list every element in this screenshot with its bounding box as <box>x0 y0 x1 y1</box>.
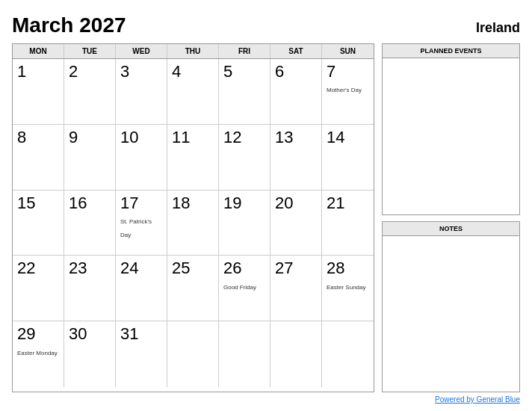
day-number: 16 <box>69 194 111 213</box>
country-title: Ireland <box>476 20 520 36</box>
day-cell: 25 <box>167 256 219 321</box>
day-cell: 20 <box>270 191 322 256</box>
day-cell: 19 <box>219 191 270 256</box>
day-cell: 22 <box>13 256 64 321</box>
day-number: 24 <box>120 259 162 278</box>
calendar-grid: 1234567Mother's Day891011121314151617St.… <box>13 59 374 387</box>
day-number: 5 <box>223 62 265 81</box>
planned-events-header: PLANNED EVENTS <box>383 44 519 58</box>
planned-events-content <box>383 58 519 211</box>
day-number: 10 <box>120 128 162 147</box>
day-cell: 3 <box>116 59 167 125</box>
day-number: 28 <box>327 259 369 278</box>
footer: Powered by General Blue <box>12 392 520 404</box>
day-number: 3 <box>120 62 162 81</box>
day-cell: 27 <box>270 256 322 321</box>
day-header-sat: SAT <box>270 44 322 58</box>
day-number: 4 <box>172 62 214 81</box>
day-number: 30 <box>69 324 111 344</box>
day-cell: 16 <box>64 191 116 256</box>
day-number: 11 <box>172 128 214 147</box>
day-cell: 9 <box>64 125 116 191</box>
day-number: 22 <box>17 259 59 278</box>
day-number: 31 <box>120 324 162 344</box>
calendar-page: March 2027 Ireland MONTUEWEDTHUFRISATSUN… <box>0 0 532 411</box>
notes-content <box>383 236 519 389</box>
day-event: Good Friday <box>223 284 256 291</box>
day-event: Easter Monday <box>17 350 58 356</box>
day-cell: 14 <box>322 125 374 191</box>
day-number: 2 <box>69 62 111 81</box>
day-cell: 12 <box>219 125 270 191</box>
day-cell: 21 <box>322 191 374 256</box>
month-title: March 2027 <box>12 13 126 37</box>
day-header-sun: SUN <box>322 44 374 58</box>
day-number: 29 <box>17 324 59 344</box>
day-cell: 2 <box>64 59 116 125</box>
day-cell: 30 <box>64 321 116 387</box>
day-cell: 29Easter Monday <box>13 321 64 387</box>
day-number: 9 <box>69 128 111 147</box>
calendar-section: MONTUEWEDTHUFRISATSUN 1234567Mother's Da… <box>12 43 374 392</box>
day-event: St. Patrick's Day <box>120 218 152 238</box>
day-cell: 8 <box>13 125 64 191</box>
day-cell: 23 <box>64 256 116 321</box>
day-number: 18 <box>172 194 214 213</box>
day-cell: 11 <box>167 125 219 191</box>
side-section: PLANNED EVENTS NOTES <box>382 43 520 392</box>
day-cell: 6 <box>270 59 322 125</box>
day-number: 12 <box>223 128 265 147</box>
day-cell: 15 <box>13 191 64 256</box>
day-cell: 10 <box>116 125 167 191</box>
day-number: 26 <box>223 259 265 278</box>
day-number: 14 <box>327 128 369 147</box>
day-number: 19 <box>223 194 265 213</box>
day-cell: 17St. Patrick's Day <box>116 191 167 256</box>
day-header-thu: THU <box>167 44 219 58</box>
day-cell: 5 <box>219 59 270 125</box>
day-number: 21 <box>327 194 369 213</box>
day-cell: 13 <box>270 125 322 191</box>
day-number: 7 <box>327 62 369 81</box>
day-number: 25 <box>172 259 214 278</box>
main-content: MONTUEWEDTHUFRISATSUN 1234567Mother's Da… <box>12 43 520 392</box>
planned-events-box: PLANNED EVENTS <box>382 43 520 215</box>
day-header-mon: MON <box>13 44 64 58</box>
day-number: 15 <box>17 194 59 213</box>
day-cell: 24 <box>116 256 167 321</box>
day-header-fri: FRI <box>219 44 270 58</box>
day-cell: 26Good Friday <box>219 256 270 321</box>
day-number: 20 <box>275 194 317 213</box>
day-cell: 18 <box>167 191 219 256</box>
notes-header: NOTES <box>383 222 519 236</box>
day-cell: 1 <box>13 59 64 125</box>
day-number: 13 <box>275 128 317 147</box>
day-number: 23 <box>69 259 111 278</box>
day-number: 17 <box>120 194 162 213</box>
day-headers: MONTUEWEDTHUFRISATSUN <box>13 44 374 59</box>
powered-by-link[interactable]: Powered by General Blue <box>435 395 520 404</box>
day-cell: 31 <box>116 321 167 387</box>
day-cell: 7Mother's Day <box>322 59 374 125</box>
day-number: 8 <box>17 128 59 147</box>
day-cell: 4 <box>167 59 219 125</box>
notes-box: NOTES <box>382 221 520 393</box>
day-header-tue: TUE <box>64 44 116 58</box>
day-header-wed: WED <box>116 44 167 58</box>
day-cell <box>322 321 374 387</box>
day-event: Mother's Day <box>327 87 362 93</box>
day-number: 27 <box>275 259 317 278</box>
day-cell: 28Easter Sunday <box>322 256 374 321</box>
day-number: 6 <box>275 62 317 81</box>
day-number: 1 <box>17 62 59 81</box>
day-cell <box>167 321 219 387</box>
day-cell <box>219 321 270 387</box>
calendar-header: March 2027 Ireland <box>12 13 520 37</box>
day-cell <box>270 321 322 387</box>
day-event: Easter Sunday <box>327 284 365 291</box>
